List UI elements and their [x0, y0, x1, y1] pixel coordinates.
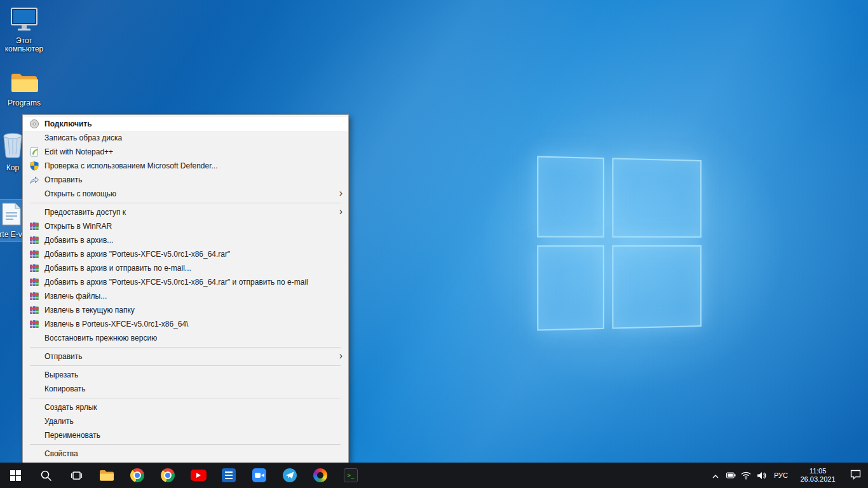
- menu-item[interactable]: Добавить в архив "Porteus-XFCE-v5.0rc1-x…: [23, 275, 348, 289]
- menu-item-label: Копировать: [44, 384, 86, 393]
- action-center-button[interactable]: [843, 463, 868, 488]
- menu-item-label: Открыть в WinRAR: [44, 222, 112, 231]
- document-icon: [222, 468, 236, 482]
- submenu-arrow-icon: ›: [339, 349, 342, 363]
- menu-item[interactable]: Записать образ диска: [23, 131, 348, 145]
- menu-item-label: Свойства: [44, 449, 78, 458]
- menu-item[interactable]: Открыть в WinRAR: [23, 219, 348, 233]
- menu-item[interactable]: Восстановить прежнюю версию: [23, 331, 348, 345]
- no-icon: [29, 189, 39, 199]
- menu-item[interactable]: Проверка с использованием Microsoft Defe…: [23, 159, 348, 173]
- language-indicator[interactable]: РУС: [769, 463, 793, 488]
- menu-item-label: Вырезать: [44, 370, 78, 379]
- winrar-icon: [29, 235, 39, 245]
- no-icon: [29, 133, 39, 143]
- menu-item-label: Создать ярлык: [44, 403, 97, 412]
- youtube-button[interactable]: [183, 463, 214, 488]
- task-view-icon: [71, 470, 83, 481]
- menu-item[interactable]: Отправить›: [23, 349, 348, 363]
- menu-item[interactable]: Переименовать: [23, 428, 348, 442]
- hidden-icons-button[interactable]: [708, 463, 723, 488]
- winrar-icon: [29, 221, 39, 231]
- chevron-up-icon: [712, 470, 719, 481]
- terminal-button[interactable]: [336, 463, 366, 488]
- wifi-icon[interactable]: [738, 463, 754, 488]
- zoom-icon: [252, 468, 266, 482]
- winrar-icon: [29, 305, 39, 315]
- menu-item-label: Записать образ диска: [44, 133, 122, 142]
- windows-logo-icon: [10, 470, 21, 481]
- menu-item[interactable]: Edit with Notepad++: [23, 145, 348, 159]
- defender-icon: [29, 161, 39, 171]
- winrar-icon: [29, 263, 39, 273]
- menu-item[interactable]: Открыть с помощью›: [23, 187, 348, 201]
- clock[interactable]: 11:05 26.03.2021: [793, 463, 843, 488]
- task-view-button[interactable]: [61, 463, 92, 488]
- winrar-icon: [29, 319, 39, 329]
- computer-icon: [10, 7, 39, 35]
- menu-item[interactable]: Добавить в архив и отправить по e-mail..…: [23, 261, 348, 275]
- menu-item[interactable]: Копировать: [23, 382, 348, 396]
- menu-separator: [30, 444, 341, 445]
- windows-logo: [537, 156, 702, 330]
- paint-button[interactable]: [305, 463, 336, 488]
- clock-date: 26.03.2021: [800, 475, 835, 484]
- menu-item-label: Переименовать: [44, 431, 100, 440]
- menu-separator: [30, 347, 341, 348]
- no-icon: [29, 207, 39, 217]
- menu-item[interactable]: Предоставить доступ к›: [23, 205, 348, 219]
- desktop-icon-this-pc[interactable]: Этот компьютер: [0, 5, 48, 55]
- menu-item[interactable]: Отправить: [23, 173, 348, 187]
- windows-logo-pane: [537, 245, 604, 330]
- menu-item-label: Предоставить доступ к: [44, 208, 126, 217]
- menu-item[interactable]: Добавить в архив...: [23, 233, 348, 247]
- menu-item[interactable]: Вырезать: [23, 368, 348, 382]
- telegram-button[interactable]: [275, 463, 305, 488]
- start-button[interactable]: [0, 463, 31, 488]
- menu-separator: [30, 203, 341, 203]
- desktop-icon-programs[interactable]: Programs: [0, 70, 48, 109]
- chrome-icon: [161, 468, 175, 482]
- notification-icon: [850, 469, 862, 482]
- menu-separator: [30, 365, 341, 366]
- menu-item-label: Отправить: [44, 175, 83, 184]
- no-icon: [29, 430, 39, 440]
- chrome-button[interactable]: [122, 463, 153, 488]
- search-button[interactable]: [31, 463, 61, 488]
- menu-item[interactable]: Подключить: [23, 117, 348, 131]
- menu-item[interactable]: Создать ярлык: [23, 400, 348, 414]
- taskbar-buttons: [0, 463, 366, 488]
- menu-item[interactable]: Свойства: [23, 447, 348, 461]
- recycle-bin-icon: [0, 129, 25, 162]
- menu-item-label: Удалить: [44, 417, 74, 426]
- battery-icon[interactable]: [723, 463, 738, 488]
- explorer-button[interactable]: [92, 463, 122, 488]
- youtube-icon: [191, 470, 207, 481]
- menu-item[interactable]: Извлечь файлы...: [23, 289, 348, 303]
- menu-item[interactable]: Удалить: [23, 414, 348, 428]
- no-icon: [29, 402, 39, 412]
- volume-icon[interactable]: [754, 463, 769, 488]
- menu-item[interactable]: Извлечь в текущую папку: [23, 303, 348, 317]
- mount-icon: [29, 119, 39, 129]
- chrome-button-2[interactable]: [153, 463, 183, 488]
- taskbar: РУС 11:05 26.03.2021: [0, 463, 868, 488]
- menu-item-label: Извлечь в Porteus-XFCE-v5.0rc1-x86_64\: [44, 320, 188, 329]
- desktop-icon-label: Programs: [8, 99, 41, 107]
- folder-icon: [10, 72, 38, 97]
- screen: Этот компьютер Programs Кор: [0, 0, 868, 488]
- no-icon: [29, 351, 39, 362]
- no-icon: [29, 384, 39, 394]
- menu-item-label: Edit with Notepad++: [44, 147, 113, 156]
- menu-item[interactable]: Извлечь в Porteus-XFCE-v5.0rc1-x86_64\: [23, 317, 348, 331]
- document-app-button[interactable]: [214, 463, 244, 488]
- menu-item[interactable]: Добавить в архив "Porteus-XFCE-v5.0rc1-x…: [23, 247, 348, 261]
- submenu-arrow-icon: ›: [339, 187, 342, 200]
- file-icon: [1, 202, 22, 229]
- chrome-icon: [130, 468, 144, 482]
- windows-logo-pane: [612, 158, 702, 238]
- no-icon: [29, 370, 39, 380]
- notepadpp-icon: [29, 147, 39, 157]
- terminal-icon: [344, 468, 358, 482]
- zoom-button[interactable]: [244, 463, 275, 488]
